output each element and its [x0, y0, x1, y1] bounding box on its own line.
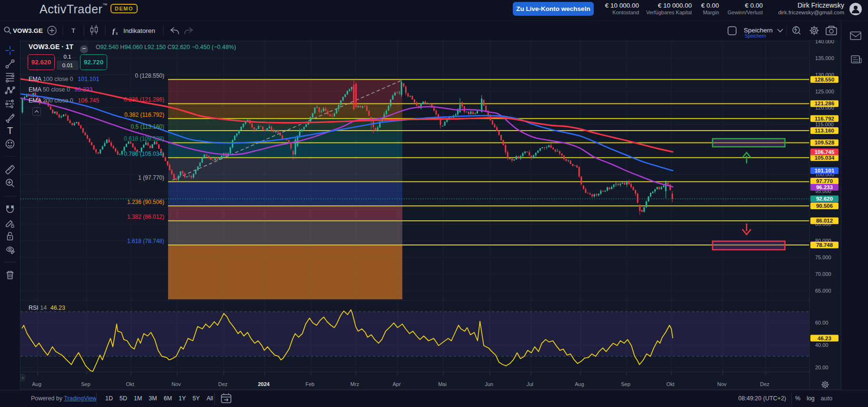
svg-text:Aug: Aug [32, 381, 41, 387]
svg-text:1.382 (86.012): 1.382 (86.012) [127, 214, 164, 220]
svg-text:115.000: 115.000 [815, 122, 834, 127]
svg-text:f: f [112, 27, 116, 35]
svg-text:Dez: Dez [760, 381, 769, 387]
svg-text:Feb: Feb [306, 381, 315, 387]
svg-text:125.000: 125.000 [815, 89, 834, 94]
svg-text:96.233: 96.233 [816, 184, 833, 190]
svg-text:VOW3.GE: VOW3.GE [13, 27, 43, 34]
svg-text:Nov: Nov [717, 381, 727, 387]
svg-text:Sep: Sep [81, 381, 90, 387]
svg-text:92.620: 92.620 [816, 196, 833, 202]
svg-text:1.618 (78.748): 1.618 (78.748) [127, 238, 164, 244]
svg-text:109.528: 109.528 [815, 140, 835, 145]
svg-text:128.550: 128.550 [815, 77, 835, 82]
svg-text:Jun: Jun [485, 381, 493, 387]
svg-text:105.034: 105.034 [815, 155, 835, 161]
svg-text:Nov: Nov [171, 381, 181, 387]
svg-text:113.160: 113.160 [815, 128, 834, 133]
svg-text:20.00: 20.00 [815, 365, 828, 370]
svg-text:T: T [7, 125, 13, 136]
svg-text:Aug: Aug [575, 381, 584, 387]
svg-text:Speichern: Speichern [745, 33, 766, 39]
svg-text:Jul: Jul [527, 381, 533, 387]
svg-text:121.286: 121.286 [815, 101, 835, 106]
svg-text:86.012: 86.012 [816, 218, 833, 224]
svg-text:0.786 (105.034): 0.786 (105.034) [124, 151, 164, 157]
svg-text:2024: 2024 [258, 381, 270, 387]
svg-text:1 (97.770): 1 (97.770) [138, 174, 164, 181]
svg-text:Mrz: Mrz [350, 381, 359, 387]
svg-text:97.770: 97.770 [816, 178, 833, 184]
svg-text:0 (128.550): 0 (128.550) [135, 72, 164, 79]
svg-text:0.382 (116.792): 0.382 (116.792) [124, 112, 164, 118]
svg-text:Okt: Okt [666, 381, 674, 387]
svg-text:T: T [71, 27, 75, 34]
svg-text:Speichern: Speichern [744, 27, 773, 34]
svg-text:0.5 (113.160): 0.5 (113.160) [131, 123, 165, 130]
svg-text:78.748: 78.748 [816, 242, 833, 248]
svg-text:101.101: 101.101 [815, 168, 835, 173]
svg-text:46.23: 46.23 [818, 336, 831, 341]
svg-text:40.00: 40.00 [815, 342, 828, 348]
svg-text:75.000: 75.000 [815, 254, 831, 260]
svg-text:135.000: 135.000 [815, 55, 834, 61]
svg-text:90.506: 90.506 [816, 203, 833, 209]
svg-text:116.792: 116.792 [815, 116, 834, 122]
svg-text:1.236 (90.506): 1.236 (90.506) [127, 199, 164, 205]
svg-text:0.236 (121.286): 0.236 (121.286) [124, 96, 164, 103]
svg-text:x: x [116, 31, 118, 36]
svg-text:Sep: Sep [621, 381, 630, 387]
svg-text:Apr: Apr [392, 381, 400, 387]
svg-text:0.618 (109.528): 0.618 (109.528) [124, 135, 164, 142]
svg-text:Dez: Dez [218, 381, 228, 387]
svg-text:70.000: 70.000 [815, 271, 831, 277]
svg-text:106.745: 106.745 [815, 149, 835, 155]
svg-text:65.000: 65.000 [815, 288, 831, 294]
svg-text:Mai: Mai [438, 381, 447, 387]
svg-text:Okt: Okt [126, 381, 134, 387]
svg-text:Indikatoren: Indikatoren [123, 27, 155, 34]
svg-text:60.00: 60.00 [815, 320, 828, 326]
